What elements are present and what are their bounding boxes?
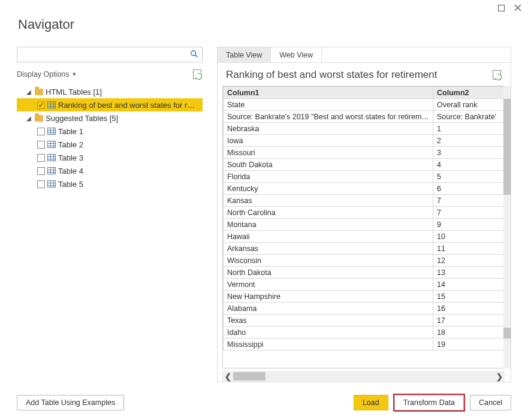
table-cell: South Dakota — [224, 159, 433, 171]
chevron-down-icon: ▼ — [72, 71, 77, 77]
table-cell: 16 — [433, 303, 505, 315]
table-row[interactable]: North Carolina7 — [224, 207, 505, 219]
table-cell: Arkansas — [224, 243, 433, 255]
checkbox[interactable] — [37, 154, 45, 162]
preview-pane: Table ViewWeb View Ranking of best and w… — [217, 47, 511, 382]
vertical-scroll-thumb[interactable] — [503, 328, 511, 339]
table-row[interactable]: Source: Bankrate's 2019 "Best and worst … — [224, 111, 505, 123]
preview-table: Column1Column2StateOverall rankSource: B… — [223, 86, 505, 350]
table-cell: 3 — [433, 147, 505, 159]
table-cell: 7 — [433, 207, 505, 219]
table-row[interactable]: Arkansas11 — [224, 243, 505, 255]
table-cell: 18 — [433, 327, 505, 339]
table-cell: 5 — [433, 171, 505, 183]
load-button[interactable]: Load — [354, 395, 388, 410]
vertical-scroll-thumb[interactable] — [503, 99, 511, 195]
tab-table-view[interactable]: Table View — [218, 47, 271, 62]
tree-item[interactable]: Table 3 — [17, 151, 203, 164]
search-input[interactable] — [21, 50, 190, 60]
window-maximize-button[interactable] — [497, 4, 505, 12]
folder-icon — [35, 89, 43, 95]
table-row[interactable]: Hawaii10 — [224, 231, 505, 243]
navigator-left-pane: Display Options ▼ ◢HTML Tables [1]✓Ranki… — [17, 47, 203, 388]
navigation-tree: ◢HTML Tables [1]✓Ranking of best and wor… — [17, 85, 203, 388]
tab-web-view[interactable]: Web View — [271, 47, 322, 62]
table-icon — [47, 180, 56, 188]
table-row[interactable]: North Dakota13 — [224, 267, 505, 279]
expand-toggle-icon[interactable]: ◢ — [25, 115, 32, 122]
table-cell: 11 — [433, 243, 505, 255]
checkbox[interactable]: ✓ — [37, 101, 45, 109]
table-icon — [47, 141, 56, 148]
horizontal-scroll-thumb[interactable] — [233, 372, 265, 380]
table-cell: Alabama — [224, 303, 433, 315]
display-options-dropdown[interactable]: Display Options ▼ — [17, 70, 77, 78]
cancel-button[interactable]: Cancel — [470, 395, 511, 410]
table-cell: 6 — [433, 183, 505, 195]
checkbox[interactable] — [37, 128, 45, 135]
tree-item-label: Table 2 — [58, 140, 199, 149]
scroll-right-arrow[interactable]: ❯ — [494, 372, 505, 381]
table-row[interactable]: South Dakota4 — [224, 159, 505, 171]
table-row[interactable]: Wisconsin12 — [224, 255, 505, 267]
vertical-scrollbar[interactable] — [503, 86, 511, 368]
tree-group[interactable]: ◢Suggested Tables [5] — [17, 111, 203, 125]
table-icon — [47, 154, 56, 161]
table-cell: Hawaii — [224, 231, 433, 243]
refresh-icon[interactable] — [193, 70, 203, 79]
tree-item[interactable]: Table 1 — [17, 125, 203, 138]
table-cell: Texas — [224, 315, 433, 327]
table-cell: 1 — [433, 123, 505, 135]
tree-item[interactable]: Table 5 — [17, 177, 203, 191]
tree-item-label: Table 1 — [58, 127, 199, 136]
column-header[interactable]: Column1 — [224, 87, 433, 99]
table-cell: Nebraska — [224, 123, 433, 135]
table-cell: 4 — [433, 159, 505, 171]
table-icon — [47, 167, 56, 174]
checkbox[interactable] — [37, 141, 45, 149]
horizontal-scrollbar[interactable]: ❮ ❯ — [222, 371, 505, 382]
table-row[interactable]: Alabama16 — [224, 303, 505, 315]
search-box[interactable] — [17, 47, 203, 62]
tree-item[interactable]: Table 2 — [17, 138, 203, 151]
table-cell: Kansas — [224, 195, 433, 207]
table-row[interactable]: Texas17 — [224, 315, 505, 327]
table-row[interactable]: Missouri3 — [224, 147, 505, 159]
table-row[interactable]: Idaho18 — [224, 327, 505, 339]
table-row[interactable]: Nebraska1 — [224, 123, 505, 135]
tree-item-label: Table 3 — [58, 153, 199, 162]
search-icon[interactable] — [190, 50, 198, 60]
table-row[interactable]: Kentucky6 — [224, 183, 505, 195]
table-row[interactable]: Vermont14 — [224, 279, 505, 291]
table-cell: Source: Bankrate's 2019 "Best and worst … — [224, 111, 433, 123]
tree-group[interactable]: ◢HTML Tables [1] — [17, 85, 203, 98]
table-cell: 9 — [433, 219, 505, 231]
transform-data-button[interactable]: Transform Data — [394, 395, 464, 410]
table-cell: Missouri — [224, 147, 433, 159]
scroll-left-arrow[interactable]: ❮ — [222, 372, 233, 381]
table-cell: 19 — [433, 339, 505, 350]
svg-point-3 — [191, 50, 196, 55]
table-row[interactable]: Mississippi19 — [224, 339, 505, 350]
add-table-using-examples-button[interactable]: Add Table Using Examples — [17, 395, 124, 410]
table-row[interactable]: Florida5 — [224, 171, 505, 183]
table-row[interactable]: Montana9 — [224, 219, 505, 231]
tree-item[interactable]: ✓Ranking of best and worst states for re… — [17, 98, 203, 111]
table-row[interactable]: New Hampshire15 — [224, 291, 505, 303]
preview-refresh-icon[interactable] — [493, 70, 502, 80]
checkbox[interactable] — [37, 180, 45, 188]
preview-title: Ranking of best and worst states for ret… — [226, 69, 437, 81]
table-row[interactable]: StateOverall rank — [224, 99, 505, 111]
dialog-title: Navigator — [18, 17, 510, 32]
table-cell: 10 — [433, 231, 505, 243]
table-row[interactable]: Kansas7 — [224, 195, 505, 207]
table-cell: Vermont — [224, 279, 433, 291]
window-close-button[interactable] — [514, 4, 522, 12]
table-row[interactable]: Iowa2 — [224, 135, 505, 147]
display-options-label: Display Options — [17, 70, 70, 78]
column-header[interactable]: Column2 — [433, 87, 505, 99]
checkbox[interactable] — [37, 167, 45, 175]
table-icon — [47, 101, 56, 108]
expand-toggle-icon[interactable]: ◢ — [25, 89, 32, 95]
tree-item[interactable]: Table 4 — [17, 164, 203, 177]
